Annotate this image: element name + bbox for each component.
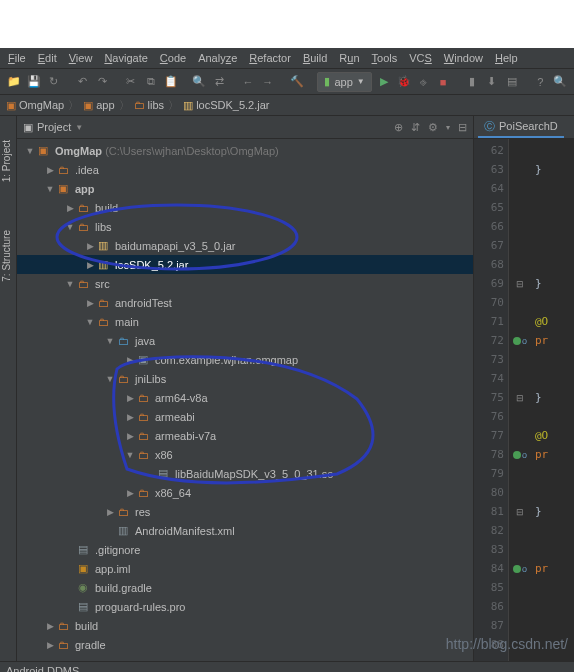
tree-jar2[interactable]: ▥locSDK_5.2.jar (17, 255, 473, 274)
sidebar-tab-structure[interactable]: 7: Structure (0, 226, 13, 286)
tree-appiml[interactable]: ▣app.iml (17, 559, 473, 578)
menu-bar: File Edit View Navigate Code Analyze Ref… (0, 48, 574, 69)
project-tree[interactable]: ▣OmgMap (C:\Users\wjhan\Desktop\OmgMap) … (17, 139, 473, 661)
undo-icon[interactable]: ↶ (74, 74, 90, 90)
menu-edit[interactable]: Edit (32, 52, 63, 64)
copy-icon[interactable]: ⧉ (143, 74, 159, 90)
run-icon[interactable]: ▶ (376, 74, 392, 90)
statusbar: Android DDMS (0, 661, 574, 672)
project-tool-window: ▣ Project ▼ ⊕ ⇵ ⚙▾ ⊟ ▣O (17, 116, 474, 661)
tree-armeabi[interactable]: 🗀armeabi (17, 407, 473, 426)
menu-vcs[interactable]: VCS (403, 52, 438, 64)
find-icon[interactable]: 🔍 (191, 74, 207, 90)
tree-gitignore[interactable]: ▤.gitignore (17, 540, 473, 559)
tree-proguard[interactable]: ▤proguard-rules.pro (17, 597, 473, 616)
breadcrumb-app[interactable]: ▣app (83, 99, 114, 112)
save-icon[interactable]: 💾 (26, 74, 42, 90)
code-area[interactable]: } } @O pr } @O pr } pr (531, 139, 574, 661)
project-view-icon: ▣ (23, 121, 33, 134)
tree-buildgradle[interactable]: ◉build.gradle (17, 578, 473, 597)
watermark: http://blog.csdn.net/ (446, 636, 568, 652)
menu-help[interactable]: Help (489, 52, 524, 64)
tree-manifest[interactable]: ▥AndroidManifest.xml (17, 521, 473, 540)
tree-jar1[interactable]: ▥baidumapapi_v3_5_0.jar (17, 236, 473, 255)
tree-java[interactable]: 🗀java (17, 331, 473, 350)
breadcrumb-root[interactable]: ▣OmgMap (6, 99, 64, 112)
toolbar: 📁 💾 ↻ ↶ ↷ ✂ ⧉ 📋 🔍 ⇄ ← → 🔨 ▮ app ▼ ▶ 🐞 ⎆ … (0, 69, 574, 95)
gear-icon[interactable]: ⚙ (428, 121, 438, 134)
target-icon[interactable]: ⊕ (394, 121, 403, 134)
paste-icon[interactable]: 📋 (163, 74, 179, 90)
menu-code[interactable]: Code (154, 52, 192, 64)
tree-x86[interactable]: 🗀x86 (17, 445, 473, 464)
stop-icon[interactable]: ■ (435, 74, 451, 90)
menu-navigate[interactable]: Navigate (98, 52, 153, 64)
menu-window[interactable]: Window (438, 52, 489, 64)
tree-res[interactable]: 🗀res (17, 502, 473, 521)
tree-idea[interactable]: 🗀.idea (17, 160, 473, 179)
tree-build[interactable]: 🗀build (17, 198, 473, 217)
search-icon[interactable]: 🔍 (552, 74, 568, 90)
breadcrumb-jar[interactable]: ▥locSDK_5.2.jar (183, 99, 269, 112)
editor-tabs: Ⓒ PoiSearchD (474, 116, 574, 139)
tree-root[interactable]: ▣OmgMap (C:\Users\wjhan\Desktop\OmgMap) (17, 141, 473, 160)
editor-tab-poisearch[interactable]: Ⓒ PoiSearchD (478, 116, 564, 138)
editor-body[interactable]: 6263646566676869707172737475767778798081… (474, 139, 574, 661)
collapse-icon[interactable]: ⇵ (411, 121, 420, 134)
tree-so[interactable]: ▤libBaiduMapSDK_v3_5_0_31.so (17, 464, 473, 483)
tree-armeabiv7[interactable]: 🗀armeabi-v7a (17, 426, 473, 445)
java-class-icon: Ⓒ (484, 119, 495, 134)
tree-arm64[interactable]: 🗀arm64-v8a (17, 388, 473, 407)
monitor-icon[interactable]: ▤ (504, 74, 520, 90)
menu-refactor[interactable]: Refactor (243, 52, 297, 64)
tool-window-bar-left: 1: Project 7: Structure (0, 116, 17, 661)
make-icon[interactable]: 🔨 (289, 74, 305, 90)
tree-libs[interactable]: 🗀libs (17, 217, 473, 236)
open-icon[interactable]: 📁 (6, 74, 22, 90)
hide-icon[interactable]: ⊟ (458, 121, 467, 134)
project-panel-title: Project (37, 121, 71, 133)
cut-icon[interactable]: ✂ (123, 74, 139, 90)
tree-x8664[interactable]: 🗀x86_64 (17, 483, 473, 502)
tree-androidtest[interactable]: 🗀androidTest (17, 293, 473, 312)
breadcrumb: ▣OmgMap 〉 ▣app 〉 🗀libs 〉 ▥locSDK_5.2.jar (0, 95, 574, 116)
chevron-down-icon: ▼ (357, 77, 365, 86)
tree-jnilibs[interactable]: 🗀jniLibs (17, 369, 473, 388)
project-panel-header: ▣ Project ▼ ⊕ ⇵ ⚙▾ ⊟ (17, 116, 473, 139)
gutter-marks: ⊟o⊟o⊟o (509, 139, 531, 661)
gutter: 6263646566676869707172737475767778798081… (474, 139, 509, 661)
editor-tab-label: PoiSearchD (499, 120, 558, 132)
tree-app[interactable]: ▣app (17, 179, 473, 198)
menu-build[interactable]: Build (297, 52, 333, 64)
menu-tools[interactable]: Tools (366, 52, 404, 64)
tree-gradle[interactable]: 🗀gradle (17, 635, 473, 654)
chevron-down-icon[interactable]: ▼ (75, 123, 83, 132)
tree-pkg[interactable]: ▣com.example.wjhan.omgmap (17, 350, 473, 369)
sidebar-tab-project[interactable]: 1: Project (0, 136, 13, 186)
sync-icon[interactable]: ↻ (46, 74, 62, 90)
android-icon: ▮ (324, 75, 330, 88)
sdk-icon[interactable]: ⬇ (484, 74, 500, 90)
menu-run[interactable]: Run (333, 52, 365, 64)
back-icon[interactable]: ← (240, 74, 256, 90)
avd-icon[interactable]: ▮ (464, 74, 480, 90)
tree-main[interactable]: 🗀main (17, 312, 473, 331)
menu-analyze[interactable]: Analyze (192, 52, 243, 64)
replace-icon[interactable]: ⇄ (211, 74, 227, 90)
help-icon[interactable]: ? (532, 74, 548, 90)
debug-icon[interactable]: 🐞 (396, 74, 412, 90)
breadcrumb-libs[interactable]: 🗀libs (134, 99, 165, 111)
redo-icon[interactable]: ↷ (94, 74, 110, 90)
status-left[interactable]: Android DDMS (6, 665, 79, 672)
attach-icon[interactable]: ⎆ (415, 74, 431, 90)
menu-file[interactable]: File (2, 52, 32, 64)
tree-src[interactable]: 🗀src (17, 274, 473, 293)
forward-icon[interactable]: → (260, 74, 276, 90)
menu-view[interactable]: View (63, 52, 99, 64)
run-config-selector[interactable]: ▮ app ▼ (317, 72, 371, 92)
tree-build2[interactable]: 🗀build (17, 616, 473, 635)
editor-panel: Ⓒ PoiSearchD 626364656667686970717273747… (474, 116, 574, 661)
run-config-name: app (334, 76, 352, 88)
